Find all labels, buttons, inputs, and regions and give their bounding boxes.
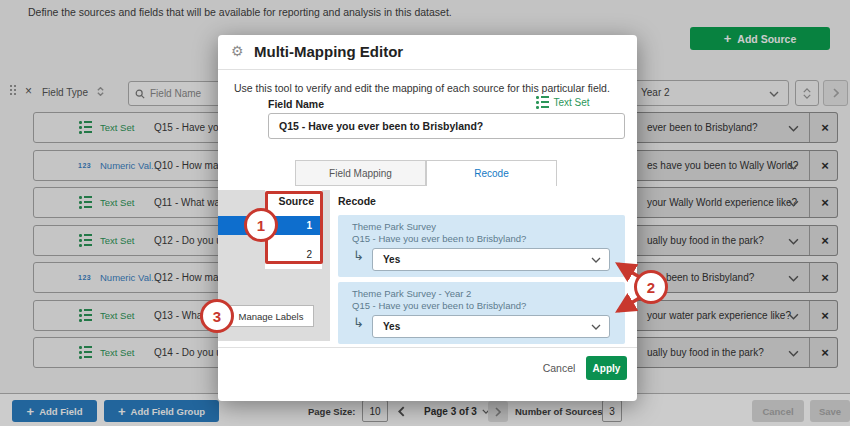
recode-panel-source-2: Theme Park Survey - Year 2 Q15 - Have yo…: [338, 282, 625, 344]
recode-section-header: Recode: [338, 195, 376, 207]
manage-labels-button[interactable]: Manage Labels: [228, 305, 314, 327]
dialog-header: ⚙ Multi-Mapping Editor: [218, 35, 637, 70]
dialog-description: Use this tool to verify and edit the map…: [234, 82, 610, 94]
recode-value-select[interactable]: Yes: [372, 248, 610, 271]
source-name: Theme Park Survey: [352, 221, 436, 232]
text-set-icon: [536, 96, 549, 109]
source-column-header: Source: [218, 195, 314, 207]
annotation-circle-1: 1: [244, 208, 278, 242]
tab-field-mapping[interactable]: Field Mapping: [295, 160, 426, 186]
source-question: Q15 - Have you ever been to Brisbyland?: [352, 233, 526, 244]
source-question: Q15 - Have you ever been to Brisbyland?: [352, 300, 526, 311]
chevron-down-icon: [591, 257, 601, 263]
gear-icon: ⚙: [231, 43, 244, 59]
chevron-down-icon: [591, 324, 601, 330]
recode-panel-source-1: Theme Park Survey Q15 - Have you ever be…: [338, 215, 625, 277]
apply-button[interactable]: Apply: [586, 356, 627, 380]
source-item-2[interactable]: 2: [218, 246, 322, 264]
recode-arrow-icon: ↳: [353, 315, 364, 330]
annotation-circle-3: 3: [200, 299, 234, 333]
cancel-button[interactable]: Cancel: [536, 356, 582, 379]
field-name-input[interactable]: Q15 - Have you ever been to Brisbyland?: [268, 113, 625, 139]
dialog-title: Multi-Mapping Editor: [254, 43, 403, 60]
tab-recode[interactable]: Recode: [426, 160, 557, 186]
recode-value-select[interactable]: Yes: [372, 315, 610, 338]
field-type-badge: Text Set: [536, 96, 590, 109]
tab-bar: Field Mapping Recode: [295, 160, 557, 186]
dialog-footer: Cancel Apply: [218, 347, 637, 401]
source-name: Theme Park Survey - Year 2: [352, 288, 471, 299]
field-name-label: Field Name: [268, 98, 324, 110]
annotation-circle-2: 2: [634, 270, 668, 304]
recode-arrow-icon: ↳: [353, 248, 364, 263]
multi-mapping-editor-dialog: ⚙ Multi-Mapping Editor Use this tool to …: [218, 35, 637, 401]
